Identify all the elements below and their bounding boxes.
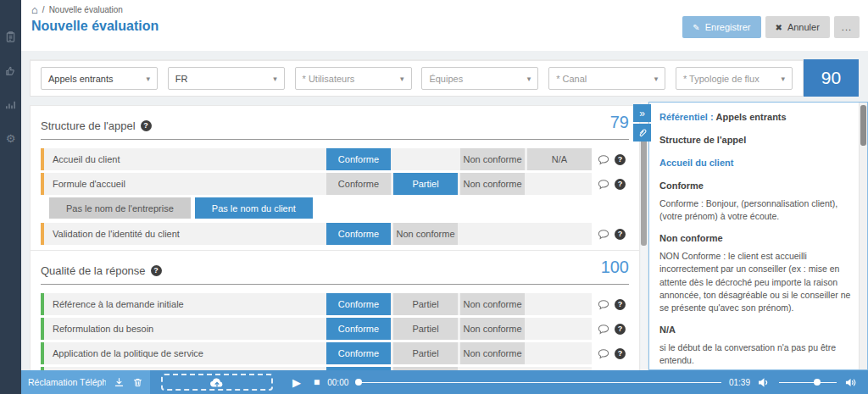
comment-icon[interactable] — [598, 179, 609, 190]
option-empty-slot — [527, 223, 592, 245]
option-conforme[interactable]: Conforme — [326, 342, 391, 364]
download-icon[interactable] — [114, 377, 125, 388]
help-icon[interactable]: ? — [615, 299, 626, 310]
thumbs-up-icon[interactable] — [5, 64, 17, 76]
comment-icon[interactable] — [598, 229, 609, 240]
main-scrollbar[interactable] — [641, 102, 647, 370]
comment-icon[interactable] — [598, 348, 609, 359]
panel-block-text: Conforme : Bonjour, (personnalisation cl… — [659, 197, 855, 223]
option-na[interactable]: N/A — [527, 148, 592, 170]
save-button[interactable]: ✎ Enregistrer — [682, 16, 760, 38]
audio-upload-dropzone[interactable] — [161, 374, 273, 391]
panel-scrollbar-thumb[interactable] — [860, 105, 866, 146]
section-help-icon[interactable]: ? — [141, 120, 152, 131]
tag-pas-nom-client[interactable]: Pas le nom du client — [195, 197, 313, 219]
help-icon[interactable]: ? — [615, 229, 626, 240]
section-divider — [41, 139, 629, 140]
comment-icon[interactable] — [598, 299, 609, 310]
section-title: Qualité de la réponse — [41, 264, 146, 277]
help-icon[interactable]: ? — [615, 324, 626, 335]
referential-panel: Référentiel : Appels entrants Structure … — [648, 102, 868, 370]
criterion-label: Référence à la demande initiale — [44, 299, 326, 309]
cancel-button[interactable]: ✖ Annuler — [765, 16, 830, 38]
flow-type-select[interactable]: * Typologie de flux ▾ — [676, 67, 793, 90]
comment-icon[interactable] — [598, 324, 609, 335]
option-empty-slot — [527, 318, 592, 340]
users-select[interactable]: * Utilisateurs ▾ — [295, 67, 412, 90]
criterion-options: Conforme Partiel Non conforme — [326, 173, 592, 195]
help-icon[interactable]: ? — [615, 154, 626, 165]
pencil-icon: ✎ — [693, 23, 699, 32]
seek-bar[interactable] — [356, 382, 721, 383]
tag-pas-nom-entreprise[interactable]: Pas le nom de l'entreprise — [49, 197, 191, 219]
option-non-conforme[interactable]: Non conforme — [460, 148, 525, 170]
trash-icon[interactable] — [132, 377, 143, 388]
statistics-icon[interactable] — [5, 98, 17, 110]
option-non-conforme[interactable]: Non conforme — [460, 173, 525, 195]
seek-handle[interactable] — [355, 379, 362, 386]
referential-value: Appels entrants — [716, 112, 787, 122]
referential-panel-content: Référentiel : Appels entrants Structure … — [649, 103, 859, 369]
option-non-conforme[interactable]: Non conforme — [393, 223, 458, 245]
option-conforme[interactable]: Conforme — [326, 293, 391, 315]
more-actions-button[interactable]: ... — [834, 16, 860, 38]
option-partiel[interactable]: Partiel — [393, 318, 458, 340]
option-non-conforme[interactable]: Non conforme — [460, 318, 525, 340]
option-conforme[interactable]: Conforme — [326, 223, 391, 245]
criterion-options: Conforme Partiel Non conforme — [326, 342, 592, 364]
section-header: Qualité de la réponse ? 100 — [41, 261, 629, 280]
criterion-label: Application de la politique de service — [44, 348, 326, 358]
help-icon[interactable]: ? — [615, 348, 626, 359]
language-select[interactable]: FR ▾ — [168, 67, 285, 90]
chevron-down-icon: ▾ — [400, 75, 404, 83]
referential-label: Référentiel : — [659, 112, 714, 122]
panel-block-text: si le début de la conversation n'a pas p… — [659, 341, 855, 367]
chevron-down-icon: ▾ — [654, 75, 659, 83]
main-scrollbar-thumb[interactable] — [641, 137, 647, 246]
total-time: 01:39 — [729, 378, 750, 387]
collapse-panel-button[interactable]: » — [633, 104, 651, 122]
referential-select[interactable]: Appels entrants ▾ — [41, 67, 158, 90]
audio-file-chip: Réclamation Télépho….mp3 — [21, 370, 150, 394]
section-help-icon[interactable]: ? — [151, 265, 162, 276]
criterion-label: Accueil du client — [44, 154, 326, 164]
help-icon[interactable]: ? — [615, 179, 626, 190]
panel-block-heading: Conforme — [659, 180, 855, 193]
option-non-conforme[interactable]: Non conforme — [460, 342, 525, 364]
volume-up-icon[interactable] — [845, 377, 868, 388]
option-non-conforme[interactable]: Non conforme — [460, 293, 525, 315]
comment-icon[interactable] — [598, 154, 609, 165]
panel-block-heading: N/A — [659, 324, 855, 337]
stop-button[interactable]: ■ — [314, 376, 320, 388]
option-partiel[interactable]: Partiel — [393, 173, 458, 195]
option-conforme[interactable]: Conforme — [326, 318, 391, 340]
criterion-options: Conforme Partiel Non conforme — [326, 318, 592, 340]
option-conforme[interactable]: Conforme — [326, 148, 391, 170]
option-empty-slot — [460, 223, 525, 245]
attachments-button[interactable] — [633, 124, 651, 142]
criterion-label: Formule d'accueil — [44, 179, 326, 189]
option-partiel[interactable]: Partiel — [393, 342, 458, 364]
volume-slider[interactable] — [779, 382, 837, 383]
teams-select[interactable]: Équipes ▾ — [421, 67, 538, 90]
home-icon[interactable]: ⌂ — [31, 6, 38, 14]
referential-select-value: Appels entrants — [48, 74, 113, 84]
gear-icon[interactable]: ⚙ — [5, 132, 17, 144]
channel-select[interactable]: * Canal ▾ — [548, 67, 665, 90]
evaluations-icon[interactable] — [5, 31, 17, 42]
panel-tabs: » — [633, 104, 651, 142]
app-sidebar: ⚙ — [0, 0, 21, 394]
header-actions: ✎ Enregistrer ✖ Annuler ... — [682, 16, 860, 38]
volume-down-icon[interactable] — [758, 377, 771, 388]
chevron-down-icon: ▾ — [273, 75, 277, 83]
option-partiel[interactable]: Partiel — [393, 293, 458, 315]
volume-handle[interactable] — [814, 379, 821, 386]
filter-bar: Appels entrants ▾ FR ▾ * Utilisateurs ▾ … — [30, 59, 859, 97]
chevron-down-icon: ▾ — [781, 75, 785, 83]
section-structure-appel: Structure de l'appel ? 79 Accueil du cli… — [30, 105, 640, 257]
option-conforme[interactable]: Conforme — [326, 173, 391, 195]
play-button[interactable]: ▶ — [292, 376, 301, 389]
section-title: Structure de l'appel — [41, 119, 136, 132]
panel-scrollbar[interactable] — [859, 103, 867, 369]
section-score: 79 — [610, 113, 629, 132]
